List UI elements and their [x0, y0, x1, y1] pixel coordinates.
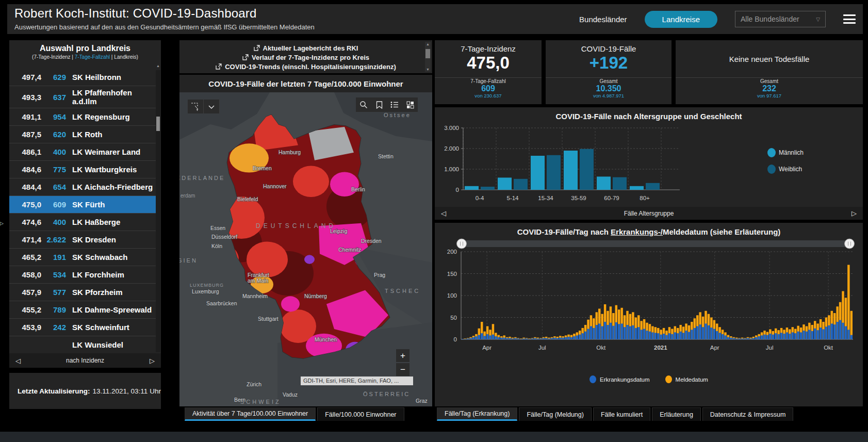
list-item[interactable]: 484,4654LK Aichach-Friedberg — [9, 178, 156, 196]
bar-weiblich[interactable] — [514, 179, 528, 190]
svg-text:München: München — [315, 336, 337, 342]
incidence-card[interactable]: 7-Tage-Inzidenz 475,0 7-Tage-Fallzahl 60… — [435, 40, 542, 104]
svg-text:50: 50 — [450, 315, 457, 321]
hamburger-menu-icon[interactable] — [843, 14, 856, 24]
tab-datenschutz-impressum[interactable]: Datenschutz & Impressum — [702, 407, 794, 421]
list-item[interactable]: 475,0609SK Fürth — [9, 196, 156, 214]
bookmark-icon[interactable] — [371, 97, 387, 112]
row-inzidenz: 453,9 — [9, 323, 41, 332]
bar-maennlich[interactable] — [564, 151, 578, 190]
row-fallzahl: 242 — [41, 323, 66, 332]
bar-maennlich[interactable] — [531, 156, 545, 190]
bar-weiblich[interactable] — [481, 187, 495, 190]
bar-maennlich[interactable] — [630, 186, 644, 190]
svg-text:0-4: 0-4 — [476, 195, 484, 201]
deaths-card[interactable]: Keine neuen Todesfälle Gesamt 232 von 97… — [676, 40, 863, 104]
bar-weiblich[interactable] — [613, 177, 627, 190]
chevron-down-icon[interactable] — [204, 100, 220, 113]
stat-cards-row: 7-Tage-Inzidenz 475,0 7-Tage-Fallzahl 60… — [435, 40, 863, 104]
scrollbar-thumb[interactable] — [156, 117, 160, 131]
svg-text:0: 0 — [454, 336, 457, 342]
map-select-toolbar — [188, 100, 220, 113]
bar-maennlich[interactable] — [597, 176, 611, 190]
tab-f-lle-kumuliert[interactable]: Fälle kumuliert — [593, 407, 650, 421]
external-link[interactable]: COVID-19-Trends (einschl. Hospitalisieru… — [179, 62, 432, 71]
pagination-prev-icon[interactable]: ◁ — [15, 357, 21, 365]
timeseries-chart[interactable]: 200150100500AprJulOkt2021AprJulOkt — [437, 237, 860, 367]
bar-maennlich[interactable] — [498, 177, 512, 190]
links-scrollbar[interactable]: ▲ ▼ — [425, 42, 431, 72]
last-update-label: Letzte Aktualisierung: — [18, 387, 90, 395]
external-link[interactable]: Aktueller Lagebericht des RKI — [179, 43, 432, 53]
list-item[interactable]: 453,9242SK Schweinfurt — [9, 319, 156, 336]
basemap-grid-icon[interactable] — [402, 97, 418, 112]
svg-text:60-79: 60-79 — [604, 195, 619, 201]
tab-aktivit-t-ber-7-tage-100-000-einwohner[interactable]: Aktivität über 7 Tage/100.000 Einwohner — [185, 407, 316, 421]
bar-weiblich[interactable] — [580, 149, 594, 190]
list-item[interactable]: 491,1954LK Regensburg — [9, 108, 156, 126]
legend-item[interactable]: Meldedatum — [665, 375, 708, 383]
list-item[interactable]: 455,2789LK Dahme-Spreewald — [9, 301, 156, 319]
scroll-up-icon[interactable]: ▲ — [425, 42, 431, 46]
list-item[interactable]: 484,6775LK Wartburgkreis — [9, 161, 156, 178]
zoom-in-button[interactable]: + — [396, 349, 410, 362]
cases-card[interactable]: COVID-19-Fälle +192 Gesamt 10.350 von 4.… — [546, 40, 672, 104]
list-item[interactable]: 471,42.622SK Dresden — [9, 231, 156, 249]
map-title: COVID-19-Fälle der letzten 7 Tage/100.00… — [179, 75, 432, 88]
list-item[interactable]: 497,4629SK Heilbronn — [9, 69, 156, 86]
search-icon[interactable] — [356, 97, 371, 112]
legend-item[interactable]: Erkrankungsdatum — [589, 375, 650, 383]
tab-f-lle-tag-erkrankung-[interactable]: Fälle/Tag (Erkrankung) — [437, 407, 517, 421]
germany-choropleth-svg[interactable]: OstseeEDERLANDEerdamDEUTSCHLANDGIENLUXEM… — [179, 92, 432, 406]
svg-text:GIEN: GIEN — [179, 257, 198, 264]
bar-weiblich[interactable] — [646, 183, 660, 190]
list-item[interactable]: 474,6400LK Haßberge — [9, 214, 156, 231]
row-inzidenz: 471,4 — [9, 235, 41, 244]
bar-maennlich[interactable] — [465, 186, 479, 190]
list-item[interactable]: 487,5620LK Roth — [9, 126, 156, 143]
sidebar-expander-icon[interactable]: ▷ — [0, 217, 6, 230]
tab-erl-uterung[interactable]: Erläuterung — [652, 407, 701, 421]
svg-text:2021: 2021 — [654, 345, 667, 351]
scroll-up-icon[interactable]: ▲ — [156, 64, 160, 68]
pagination-next-icon[interactable]: ▷ — [150, 357, 155, 365]
landkreise-button[interactable]: Landkreise — [645, 11, 717, 28]
card-sub-label: Gesamt — [676, 78, 863, 84]
scroll-down-icon[interactable]: ▼ — [425, 68, 431, 71]
bar-weiblich[interactable] — [547, 155, 561, 190]
tab-f-lle-100-000-einwohner[interactable]: Fälle/100.000 Einwohner — [317, 407, 404, 421]
external-link[interactable]: Verlauf der 7-Tage-Inzidenz pro Kreis — [179, 53, 432, 62]
legend-list-icon[interactable] — [387, 97, 402, 112]
bundeslaender-button[interactable]: Bundesländer — [579, 15, 627, 24]
row-landkreis: LK Regensburg — [72, 110, 131, 123]
svg-text:Bielefeld: Bielefeld — [237, 196, 258, 202]
bundesland-select[interactable]: Alle Bundesländer ▽ — [735, 11, 826, 27]
svg-text:Jul: Jul — [766, 345, 774, 351]
germany-map[interactable]: OstseeEDERLANDEerdamDEUTSCHLANDGIENLUXEM… — [179, 92, 432, 406]
slider-handle[interactable] — [845, 239, 855, 249]
time-range-slider[interactable] — [458, 240, 853, 247]
svg-text:200: 200 — [447, 249, 457, 255]
svg-text:Prag: Prag — [374, 272, 385, 278]
row-landkreis: LK Pfaffenhofen a.d.Ilm — [72, 86, 156, 108]
slider-handle[interactable] — [457, 239, 467, 249]
pagination-next-icon[interactable]: ▷ — [851, 209, 857, 217]
list-item[interactable]: 486,1400LK Weimarer Land — [9, 143, 156, 161]
list-item[interactable]: 457,9577SK Pforzheim — [9, 284, 156, 301]
landkreis-list-subtitle: (7-Tage-Inzidenz | 7-Tage-Fallzahl | Lan… — [9, 54, 161, 60]
list-item[interactable]: 465,2191SK Schwabach — [9, 249, 156, 266]
pagination-prev-icon[interactable]: ◁ — [441, 209, 446, 217]
tab-f-lle-tag-meldung-[interactable]: Fälle/Tag (Meldung) — [519, 407, 591, 421]
row-fallzahl: 534 — [41, 270, 66, 279]
zoom-out-button[interactable]: − — [396, 363, 410, 376]
list-item[interactable]: 493,3637LK Pfaffenhofen a.d.Ilm — [9, 86, 156, 108]
landkreis-list-header: Auswahl pro Landkreis (7-Tage-Inzidenz |… — [9, 40, 161, 69]
scrollbar-thumb[interactable] — [425, 49, 430, 58]
list-item[interactable]: LK Wunsiedel — [9, 336, 156, 353]
germany-districts[interactable] — [213, 114, 390, 358]
list-item[interactable]: 458,0534LK Forchheim — [9, 266, 156, 284]
landkreis-list-scrollbar[interactable]: ▲ ▼ — [156, 70, 160, 352]
header-nav: Bundesländer Landkreise Alle Bundeslände… — [579, 4, 856, 34]
select-features-icon[interactable] — [188, 100, 204, 113]
age-chart[interactable]: 3.0002.0001.00000-45-1415-3435-5960-7980… — [437, 123, 860, 204]
